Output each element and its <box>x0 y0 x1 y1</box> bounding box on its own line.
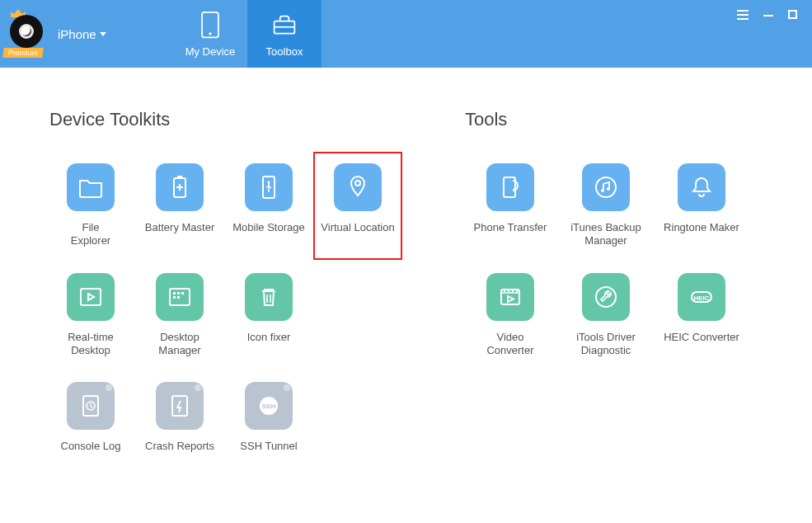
tool-label: SSH Tunnel <box>240 440 297 466</box>
app-header: Premium iPhone My Device Toolbox <box>0 0 812 68</box>
tool-label: Console Log <box>61 440 121 466</box>
tool-console-log[interactable]: Console Log <box>49 379 132 469</box>
ssh-icon: SSH <box>256 393 282 419</box>
svg-rect-5 <box>177 176 182 178</box>
phone-transfer-icon <box>497 174 523 200</box>
svg-rect-19 <box>177 296 180 299</box>
tool-label: Icon fixer <box>247 331 291 357</box>
tool-real-time-desktop[interactable]: Real-time Desktop <box>49 270 132 361</box>
tab-my-device[interactable]: My Device <box>173 0 247 68</box>
section-device-toolkits: Device Toolkits File Explorer Battery Ma… <box>49 109 399 469</box>
tool-crash-reports[interactable]: Crash Reports <box>138 379 221 469</box>
usb-phone-icon <box>256 174 282 200</box>
maximize-icon <box>788 10 797 19</box>
svg-text:SSH: SSH <box>262 403 276 410</box>
header-left: Premium iPhone <box>0 0 173 68</box>
tool-itunes-backup-manager[interactable]: iTunes Backup Manager <box>561 160 651 252</box>
tool-label: File Explorer <box>71 221 110 248</box>
device-selector[interactable]: iPhone <box>58 27 106 41</box>
svg-point-30 <box>607 187 610 191</box>
battery-icon <box>167 174 193 200</box>
tool-label: Desktop Manager <box>158 331 200 358</box>
svg-marker-37 <box>508 296 514 302</box>
wrench-circle-icon <box>593 284 619 310</box>
play-window-icon <box>77 284 104 310</box>
svg-rect-12 <box>81 289 101 305</box>
music-disc-icon <box>593 174 619 200</box>
svg-rect-34 <box>508 290 509 292</box>
tool-mobile-storage[interactable]: Mobile Storage <box>228 160 310 252</box>
device-toolkits-grid: File Explorer Battery Master Mobile Stor… <box>49 160 399 469</box>
tool-desktop-manager[interactable]: Desktop Manager <box>138 270 221 361</box>
app-logo: Premium <box>5 12 49 56</box>
clock-file-icon <box>77 393 104 419</box>
main-content: Device Toolkits File Explorer Battery Ma… <box>0 68 812 469</box>
svg-point-28 <box>596 177 616 197</box>
svg-rect-17 <box>181 292 184 294</box>
svg-point-11 <box>355 181 360 186</box>
tab-label: Toolbox <box>266 45 303 58</box>
svg-rect-35 <box>512 290 514 292</box>
tab-toolbox[interactable]: Toolbox <box>247 0 322 68</box>
tool-label: Mobile Storage <box>232 221 304 247</box>
tools-grid: Phone Transfer iTunes Backup Manager Rin… <box>465 160 747 360</box>
nav-tabs: My Device Toolbox <box>173 0 322 68</box>
tool-label: HEIC Converter <box>664 331 739 357</box>
minimize-icon <box>763 15 773 16</box>
tablet-icon <box>198 11 223 40</box>
minimize-button[interactable] <box>763 10 773 16</box>
folder-icon <box>77 174 104 200</box>
svg-rect-15 <box>173 292 176 294</box>
premium-badge: Premium <box>2 48 44 58</box>
section-title: Device Toolkits <box>49 109 399 130</box>
section-title: Tools <box>465 109 747 130</box>
svg-rect-24 <box>172 396 187 416</box>
device-label: iPhone <box>58 27 96 41</box>
trash-icon <box>256 284 282 310</box>
svg-marker-13 <box>88 294 94 300</box>
tool-label: Crash Reports <box>145 440 214 466</box>
grid-window-icon <box>167 284 193 310</box>
tool-label: Real-time Desktop <box>68 331 114 358</box>
tool-heic-converter[interactable]: HEIC HEIC Converter <box>656 270 747 361</box>
svg-point-29 <box>601 189 604 192</box>
svg-rect-16 <box>177 292 180 294</box>
menu-button[interactable] <box>737 10 749 20</box>
tool-phone-transfer[interactable]: Phone Transfer <box>465 160 556 252</box>
maximize-button[interactable] <box>788 10 797 19</box>
tool-itools-driver-diagnostic[interactable]: iTools Driver Diagnostic <box>561 270 651 361</box>
dropdown-caret-icon <box>100 32 106 36</box>
tool-label: Battery Master <box>145 221 215 247</box>
svg-rect-33 <box>504 290 505 292</box>
tool-battery-master[interactable]: Battery Master <box>138 160 221 252</box>
tool-label: iTools Driver Diagnostic <box>576 331 636 358</box>
tool-icon-fixer[interactable]: Icon fixer <box>228 270 310 361</box>
svg-text:HEIC: HEIC <box>693 294 709 301</box>
tool-label: Video Converter <box>486 331 533 358</box>
tool-ssh-tunnel[interactable]: SSH SSH Tunnel <box>228 379 310 469</box>
heic-icon: HEIC <box>688 284 715 310</box>
tool-label: iTunes Backup Manager <box>570 221 641 248</box>
location-pin-icon <box>345 174 371 200</box>
tool-label: Phone Transfer <box>474 221 547 247</box>
film-icon <box>497 284 523 310</box>
svg-rect-36 <box>516 290 518 292</box>
svg-rect-18 <box>173 296 176 299</box>
tool-file-explorer[interactable]: File Explorer <box>49 160 132 252</box>
tool-label: Ringtone Maker <box>664 221 739 247</box>
tool-video-converter[interactable]: Video Converter <box>465 270 556 361</box>
crash-file-icon <box>167 393 193 419</box>
tab-label: My Device <box>185 45 236 58</box>
toolbox-icon <box>272 11 297 40</box>
tool-label: Virtual Location <box>321 221 394 247</box>
tool-ringtone-maker[interactable]: Ringtone Maker <box>656 160 747 252</box>
svg-point-1 <box>209 32 211 35</box>
tool-virtual-location[interactable]: Virtual Location <box>313 152 402 260</box>
bell-icon <box>688 174 715 200</box>
window-controls <box>737 0 812 68</box>
section-tools: Tools Phone Transfer iTunes Backup Manag… <box>465 109 747 469</box>
